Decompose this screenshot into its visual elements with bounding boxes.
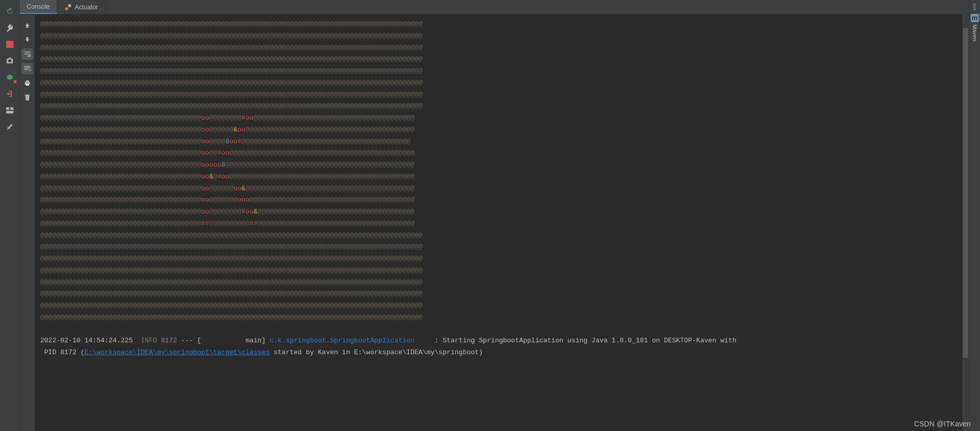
trash-icon[interactable] xyxy=(22,92,33,103)
svg-rect-2 xyxy=(6,107,9,110)
console-output[interactable]: @@@@@@@@@@@@@@@@@@@@@@@@@@@@@@@@@@@@@@@@… xyxy=(35,14,962,431)
maven-label: Maven xyxy=(972,24,978,41)
console-toolbar xyxy=(20,14,35,431)
actuator-icon xyxy=(64,4,72,11)
svg-point-6 xyxy=(68,4,71,7)
rerun-icon[interactable] xyxy=(4,5,16,18)
svg-rect-3 xyxy=(10,107,13,110)
svg-rect-4 xyxy=(6,111,13,113)
tab-actuator-label: Actuator xyxy=(75,4,98,11)
svg-point-1 xyxy=(7,75,12,80)
tab-bar: Console Actuator xyxy=(20,0,969,14)
right-small-label: ase xyxy=(972,3,977,11)
tab-actuator[interactable]: Actuator xyxy=(57,0,106,14)
wrench-icon[interactable] xyxy=(4,22,16,34)
up-arrow-icon[interactable] xyxy=(22,20,33,31)
content: @@@@@@@@@@@@@@@@@@@@@@@@@@@@@@@@@@@@@@@@… xyxy=(20,14,969,431)
tab-console[interactable]: Console xyxy=(20,0,57,14)
bug-icon[interactable]: ✖ xyxy=(4,71,16,84)
main-area: Console Actuator @@@@@@@@@@@@@@@@@@@@@@@… xyxy=(20,0,969,431)
right-sidebar: ase m Maven xyxy=(969,0,980,431)
tab-console-label: Console xyxy=(27,3,50,10)
maven-tool-button[interactable]: m Maven xyxy=(971,14,979,41)
stop-icon[interactable] xyxy=(4,38,16,51)
watermark: CSDN @ITKaven xyxy=(914,420,971,428)
svg-rect-9 xyxy=(26,84,29,86)
svg-rect-8 xyxy=(26,80,29,82)
left-toolbar: ✖ xyxy=(0,0,20,431)
layout-icon[interactable] xyxy=(4,104,16,117)
scrollbar-thumb[interactable] xyxy=(963,28,968,358)
camera-icon[interactable] xyxy=(4,55,16,67)
svg-point-5 xyxy=(65,7,68,10)
maven-icon: m xyxy=(971,14,979,22)
pin-icon[interactable] xyxy=(4,121,16,133)
scrollbar-vertical[interactable] xyxy=(962,14,969,431)
print-icon[interactable] xyxy=(22,77,33,89)
down-arrow-icon[interactable] xyxy=(22,34,33,45)
soft-wrap-icon[interactable] xyxy=(22,48,33,60)
scroll-end-icon[interactable] xyxy=(22,63,33,74)
svg-rect-0 xyxy=(6,41,13,48)
exit-icon[interactable] xyxy=(4,88,16,100)
